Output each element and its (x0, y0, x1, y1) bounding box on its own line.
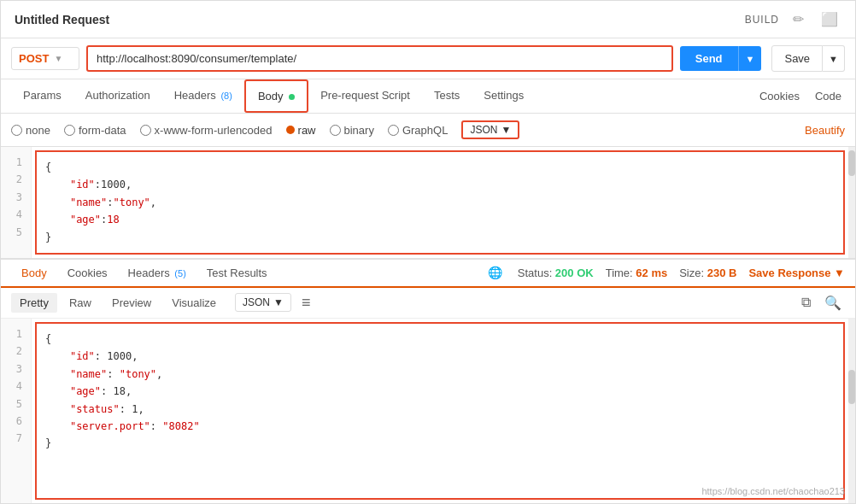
time-label: Time: 62 ms (606, 267, 668, 279)
line-num: 2 (9, 171, 22, 188)
resp-code-line-4: "age": 18, (45, 383, 835, 400)
save-response-button[interactable]: Save Response ▼ (748, 267, 845, 279)
resp-tab-test-results[interactable]: Test Results (196, 260, 278, 288)
body-dot-icon (289, 94, 295, 100)
size-label: Size: 230 B (679, 267, 736, 279)
key-name: "name" (70, 196, 107, 208)
resp-code-line-5: "status": 1, (45, 401, 835, 418)
response-view-options: Pretty Raw Preview Visualize JSON ▼ ≡ ⧉ … (1, 288, 855, 319)
option-form-data[interactable]: form-data (64, 124, 126, 137)
send-dropdown-icon[interactable]: ▼ (738, 46, 762, 71)
tab-params[interactable]: Params (11, 80, 73, 112)
response-tabs-left: Body Cookies Headers (5) Test Results (11, 260, 278, 286)
tab-headers[interactable]: Headers (8) (162, 80, 244, 112)
response-tabs-row: Body Cookies Headers (5) Test Results 🌐 … (1, 260, 855, 288)
code-line-3: "name":"tony", (45, 194, 835, 211)
radio-urlencoded[interactable] (140, 125, 151, 136)
format-selector[interactable]: JSON ▼ (461, 120, 519, 139)
wrap-lines-icon[interactable]: ≡ (302, 294, 311, 312)
save-button[interactable]: Save (771, 45, 823, 72)
response-format-selector[interactable]: JSON ▼ (235, 293, 291, 312)
option-none[interactable]: none (11, 124, 50, 137)
view-tab-pretty[interactable]: Pretty (11, 293, 57, 313)
method-label: POST (19, 52, 49, 65)
radio-graphql[interactable] (388, 125, 399, 136)
response-code-area: 1 2 3 4 5 6 7 { "id": 1000, "name": "ton… (1, 319, 855, 503)
resp-tab-body[interactable]: Body (11, 260, 57, 288)
resp-code-line-1: { (45, 331, 835, 348)
method-selector[interactable]: POST ▼ (11, 47, 79, 70)
val-tony: "tony" (114, 196, 150, 208)
beautify-link[interactable]: Beautify (805, 124, 845, 137)
url-bar: POST ▼ Send ▼ Save ▼ (1, 38, 855, 79)
save-dropdown-icon[interactable]: ▼ (823, 45, 845, 72)
response-view-right: ⧉ 🔍 (798, 293, 845, 313)
size-value: 230 B (707, 267, 737, 279)
code-line-4: "age":18 (45, 211, 835, 228)
response-format-label: JSON (243, 296, 270, 308)
method-chevron-icon: ▼ (54, 54, 62, 63)
request-tabs-row: Params Authorization Headers (8) Body Pr… (1, 79, 855, 114)
response-line-numbers: 1 2 3 4 5 6 7 (1, 319, 32, 503)
resp-code-line-7: } (45, 435, 835, 452)
resp-line-num: 3 (9, 360, 22, 378)
resp-line-num: 6 (9, 413, 22, 430)
tab-pre-request-script[interactable]: Pre-request Script (308, 80, 422, 112)
send-button[interactable]: Send (680, 46, 738, 71)
copy-response-button[interactable]: ⧉ (798, 293, 814, 313)
request-scrollbar-thumb (848, 150, 855, 176)
tab-tests[interactable]: Tests (422, 80, 472, 112)
raw-selected-dot (286, 126, 295, 134)
option-binary[interactable]: binary (330, 124, 374, 137)
tab-authorization[interactable]: Authorization (73, 80, 162, 112)
resp-tab-headers[interactable]: Headers (5) (118, 260, 196, 288)
app-header: Untitled Request BUILD ✏ ⬜ (1, 1, 855, 38)
status-value: 200 OK (555, 267, 594, 279)
option-urlencoded[interactable]: x-www-form-urlencoded (140, 124, 273, 137)
url-input[interactable] (86, 45, 673, 72)
response-code-content[interactable]: { "id": 1000, "name": "tony", "age": 18,… (35, 322, 845, 500)
code-link[interactable]: Code (812, 81, 845, 111)
body-type-options: none form-data x-www-form-urlencoded raw… (11, 120, 519, 139)
option-graphql[interactable]: GraphQL (388, 124, 448, 137)
response-section: Body Cookies Headers (5) Test Results 🌐 … (1, 260, 855, 503)
format-chevron-icon: ▼ (501, 124, 511, 136)
time-value: 62 ms (636, 267, 667, 279)
response-scrollbar-thumb (848, 370, 855, 404)
view-tab-preview[interactable]: Preview (103, 293, 160, 313)
resp-val-serverport: "8082" (162, 420, 199, 432)
monitor-icon-btn[interactable]: ⬜ (818, 9, 841, 29)
header-actions: BUILD ✏ ⬜ (745, 9, 841, 29)
radio-form-data[interactable] (64, 125, 75, 136)
radio-binary[interactable] (330, 125, 341, 136)
edit-icon-btn[interactable]: ✏ (789, 9, 807, 29)
view-tab-visualize[interactable]: Visualize (163, 293, 225, 313)
code-line-5: } (45, 229, 835, 246)
cookies-link[interactable]: Cookies (756, 81, 803, 111)
request-scrollbar[interactable] (848, 147, 855, 258)
tab-body[interactable]: Body (244, 79, 308, 113)
radio-none[interactable] (11, 125, 22, 136)
key-age: "age" (70, 214, 101, 226)
request-code-content[interactable]: { "id":1000, "name":"tony", "age":18 } (35, 150, 845, 255)
request-title: Untitled Request (15, 13, 109, 26)
resp-key-id: "id" (70, 350, 95, 362)
resp-key-status: "status" (70, 403, 120, 415)
tab-settings[interactable]: Settings (472, 80, 536, 112)
format-label: JSON (470, 124, 497, 136)
status-label: Status: 200 OK (518, 267, 594, 279)
response-scrollbar[interactable] (848, 319, 855, 503)
response-status-bar: 🌐 Status: 200 OK Time: 62 ms Size: 230 B… (488, 266, 845, 279)
view-tab-raw[interactable]: Raw (61, 293, 100, 313)
option-raw[interactable]: raw (286, 124, 316, 137)
response-format-chevron-icon: ▼ (273, 296, 284, 308)
resp-line-num: 7 (9, 430, 22, 447)
search-response-button[interactable]: 🔍 (821, 293, 845, 313)
key-id: "id" (70, 179, 95, 190)
request-code-editor: 1 2 3 4 5 { "id":1000, "name":"tony", "a… (1, 147, 855, 260)
resp-code-line-6: "server.port": "8082" (45, 418, 835, 435)
resp-tab-cookies[interactable]: Cookies (57, 260, 118, 288)
save-button-group: Save ▼ (771, 45, 845, 72)
request-tabs-left: Params Authorization Headers (8) Body Pr… (11, 79, 536, 113)
globe-icon: 🌐 (488, 266, 502, 279)
